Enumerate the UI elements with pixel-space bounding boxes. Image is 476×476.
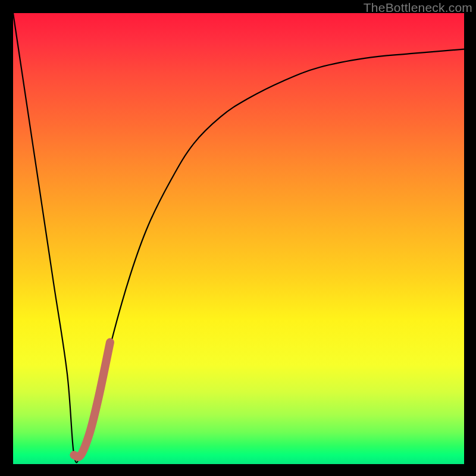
plot-area (13, 13, 464, 464)
overlay-layer (13, 13, 464, 464)
highlight-segment (74, 342, 110, 457)
chart-frame: TheBottleneck.com (0, 0, 476, 476)
